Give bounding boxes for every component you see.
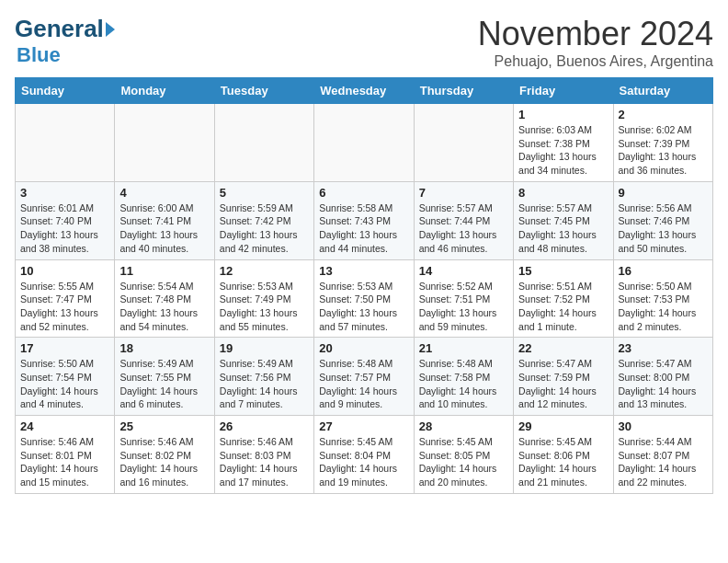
day-number: 5 [220, 186, 309, 200]
calendar-cell: 27Sunrise: 5:45 AM Sunset: 8:04 PM Dayli… [314, 416, 414, 494]
day-number: 14 [419, 264, 508, 278]
calendar: SundayMondayTuesdayWednesdayThursdayFrid… [15, 77, 713, 494]
day-info: Sunrise: 5:53 AM Sunset: 7:49 PM Dayligh… [220, 280, 309, 334]
day-info: Sunrise: 5:48 AM Sunset: 7:57 PM Dayligh… [319, 357, 408, 411]
day-number: 22 [518, 341, 608, 355]
calendar-cell: 19Sunrise: 5:49 AM Sunset: 7:56 PM Dayli… [214, 338, 313, 416]
calendar-week-3: 10Sunrise: 5:55 AM Sunset: 7:47 PM Dayli… [16, 259, 713, 338]
day-number: 28 [419, 419, 508, 433]
calendar-cell: 18Sunrise: 5:49 AM Sunset: 7:55 PM Dayli… [115, 338, 214, 416]
logo-blue-text: Blue [17, 43, 61, 67]
calendar-cell: 14Sunrise: 5:52 AM Sunset: 7:51 PM Dayli… [414, 259, 513, 338]
location-title: Pehuajo, Buenos Aires, Argentina [478, 53, 713, 70]
day-info: Sunrise: 5:50 AM Sunset: 7:54 PM Dayligh… [20, 357, 109, 411]
calendar-cell: 29Sunrise: 5:45 AM Sunset: 8:06 PM Dayli… [514, 416, 613, 494]
calendar-cell: 16Sunrise: 5:50 AM Sunset: 7:53 PM Dayli… [613, 259, 712, 338]
weekday-header-wednesday: Wednesday [314, 78, 414, 104]
logo-general: General [15, 15, 104, 43]
day-number: 15 [518, 264, 608, 278]
calendar-header-row: SundayMondayTuesdayWednesdayThursdayFrid… [16, 78, 713, 104]
day-number: 29 [518, 419, 608, 433]
day-number: 20 [319, 341, 408, 355]
calendar-cell [115, 104, 214, 182]
calendar-cell: 5Sunrise: 5:59 AM Sunset: 7:42 PM Daylig… [214, 181, 313, 259]
title-area: November 2024 Pehuajo, Buenos Aires, Arg… [478, 15, 713, 70]
day-info: Sunrise: 6:03 AM Sunset: 7:38 PM Dayligh… [518, 123, 608, 178]
calendar-cell [16, 104, 115, 182]
calendar-cell: 7Sunrise: 5:57 AM Sunset: 7:44 PM Daylig… [414, 181, 513, 259]
day-info: Sunrise: 5:48 AM Sunset: 7:58 PM Dayligh… [419, 357, 508, 411]
day-number: 1 [518, 108, 608, 121]
calendar-cell: 8Sunrise: 5:57 AM Sunset: 7:45 PM Daylig… [514, 181, 613, 259]
day-number: 18 [119, 341, 209, 355]
logo-icon [106, 22, 115, 37]
day-number: 4 [119, 186, 209, 200]
day-info: Sunrise: 5:55 AM Sunset: 7:47 PM Dayligh… [20, 280, 109, 334]
calendar-cell: 9Sunrise: 5:56 AM Sunset: 7:46 PM Daylig… [613, 181, 712, 259]
calendar-cell: 15Sunrise: 5:51 AM Sunset: 7:52 PM Dayli… [514, 259, 613, 338]
day-info: Sunrise: 5:53 AM Sunset: 7:50 PM Dayligh… [319, 280, 408, 334]
day-number: 10 [20, 264, 109, 278]
day-number: 23 [619, 341, 708, 355]
calendar-cell: 30Sunrise: 5:44 AM Sunset: 8:07 PM Dayli… [613, 416, 712, 494]
day-number: 12 [220, 264, 309, 278]
day-info: Sunrise: 5:57 AM Sunset: 7:44 PM Dayligh… [419, 201, 508, 256]
day-number: 9 [619, 186, 708, 200]
day-info: Sunrise: 5:46 AM Sunset: 8:02 PM Dayligh… [119, 435, 209, 489]
day-number: 21 [419, 341, 508, 355]
day-info: Sunrise: 5:54 AM Sunset: 7:48 PM Dayligh… [119, 280, 209, 334]
calendar-cell: 6Sunrise: 5:58 AM Sunset: 7:43 PM Daylig… [314, 181, 414, 259]
month-title: November 2024 [478, 15, 713, 53]
day-info: Sunrise: 5:45 AM Sunset: 8:04 PM Dayligh… [319, 435, 408, 489]
day-info: Sunrise: 5:47 AM Sunset: 8:00 PM Dayligh… [619, 357, 708, 411]
calendar-cell [314, 104, 414, 182]
calendar-cell: 3Sunrise: 6:01 AM Sunset: 7:40 PM Daylig… [16, 181, 115, 259]
weekday-header-sunday: Sunday [16, 78, 115, 104]
calendar-cell: 1Sunrise: 6:03 AM Sunset: 7:38 PM Daylig… [514, 104, 613, 182]
day-number: 30 [619, 419, 708, 433]
day-number: 24 [20, 419, 109, 433]
calendar-cell: 22Sunrise: 5:47 AM Sunset: 7:59 PM Dayli… [514, 338, 613, 416]
day-number: 16 [619, 264, 708, 278]
day-info: Sunrise: 5:51 AM Sunset: 7:52 PM Dayligh… [518, 280, 608, 334]
day-info: Sunrise: 6:01 AM Sunset: 7:40 PM Dayligh… [20, 201, 109, 256]
weekday-header-friday: Friday [514, 78, 613, 104]
header-area: General Blue November 2024 Pehuajo, Buen… [15, 15, 713, 70]
day-info: Sunrise: 5:45 AM Sunset: 8:05 PM Dayligh… [419, 435, 508, 489]
day-info: Sunrise: 5:50 AM Sunset: 7:53 PM Dayligh… [619, 280, 708, 334]
day-info: Sunrise: 5:58 AM Sunset: 7:43 PM Dayligh… [319, 201, 408, 256]
day-number: 13 [319, 264, 408, 278]
day-number: 6 [319, 186, 408, 200]
day-number: 19 [220, 341, 309, 355]
day-number: 3 [20, 186, 109, 200]
day-info: Sunrise: 6:00 AM Sunset: 7:41 PM Dayligh… [119, 201, 209, 256]
calendar-cell: 23Sunrise: 5:47 AM Sunset: 8:00 PM Dayli… [613, 338, 712, 416]
day-info: Sunrise: 5:46 AM Sunset: 8:03 PM Dayligh… [220, 435, 309, 489]
day-info: Sunrise: 6:02 AM Sunset: 7:39 PM Dayligh… [619, 123, 708, 178]
calendar-cell: 25Sunrise: 5:46 AM Sunset: 8:02 PM Dayli… [115, 416, 214, 494]
calendar-week-5: 24Sunrise: 5:46 AM Sunset: 8:01 PM Dayli… [16, 416, 713, 494]
calendar-week-2: 3Sunrise: 6:01 AM Sunset: 7:40 PM Daylig… [16, 181, 713, 259]
logo: General Blue [15, 15, 115, 67]
day-info: Sunrise: 5:49 AM Sunset: 7:55 PM Dayligh… [119, 357, 209, 411]
calendar-cell: 24Sunrise: 5:46 AM Sunset: 8:01 PM Dayli… [16, 416, 115, 494]
weekday-header-saturday: Saturday [613, 78, 712, 104]
calendar-cell: 12Sunrise: 5:53 AM Sunset: 7:49 PM Dayli… [214, 259, 313, 338]
calendar-cell: 11Sunrise: 5:54 AM Sunset: 7:48 PM Dayli… [115, 259, 214, 338]
calendar-cell: 2Sunrise: 6:02 AM Sunset: 7:39 PM Daylig… [613, 104, 712, 182]
day-number: 8 [518, 186, 608, 200]
calendar-week-4: 17Sunrise: 5:50 AM Sunset: 7:54 PM Dayli… [16, 338, 713, 416]
day-number: 11 [119, 264, 209, 278]
day-info: Sunrise: 5:47 AM Sunset: 7:59 PM Dayligh… [518, 357, 608, 411]
day-info: Sunrise: 5:49 AM Sunset: 7:56 PM Dayligh… [220, 357, 309, 411]
weekday-header-monday: Monday [115, 78, 214, 104]
weekday-header-thursday: Thursday [414, 78, 513, 104]
weekday-header-tuesday: Tuesday [214, 78, 313, 104]
day-number: 27 [319, 419, 408, 433]
calendar-week-1: 1Sunrise: 6:03 AM Sunset: 7:38 PM Daylig… [16, 104, 713, 182]
day-number: 25 [119, 419, 209, 433]
calendar-cell [414, 104, 513, 182]
calendar-cell: 4Sunrise: 6:00 AM Sunset: 7:41 PM Daylig… [115, 181, 214, 259]
day-info: Sunrise: 5:45 AM Sunset: 8:06 PM Dayligh… [518, 435, 608, 489]
day-info: Sunrise: 5:57 AM Sunset: 7:45 PM Dayligh… [518, 201, 608, 256]
